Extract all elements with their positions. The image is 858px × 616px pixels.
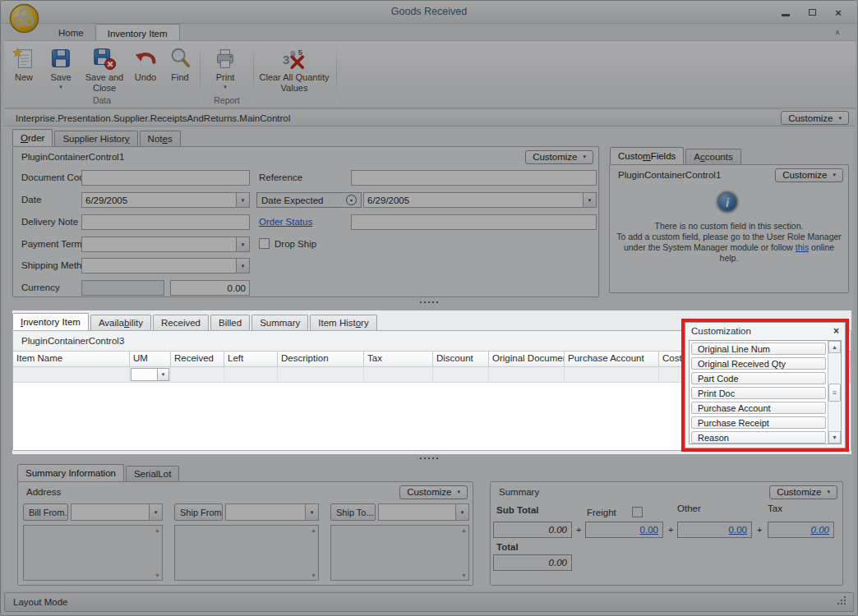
ship-to-button[interactable]: Ship To...: [330, 503, 376, 521]
horizontal-splitter[interactable]: [420, 457, 438, 460]
freight-value[interactable]: 0.00: [585, 522, 663, 538]
customization-item[interactable]: Part Code: [691, 372, 826, 384]
customization-item[interactable]: Reason: [691, 431, 826, 444]
freight-checkbox[interactable]: [632, 507, 643, 517]
tab-availability[interactable]: Availability: [90, 315, 151, 330]
find-button[interactable]: Find: [162, 42, 198, 83]
clear-all-quantity-values-button[interactable]: 395 Clear All Quantity Values: [256, 42, 333, 93]
resize-grip[interactable]: [837, 596, 847, 606]
new-button[interactable]: New: [6, 42, 42, 90]
grid-column-header[interactable]: Received: [171, 352, 224, 367]
customization-item[interactable]: Purchase Account: [691, 402, 826, 414]
other-value[interactable]: 0.00: [677, 522, 752, 538]
um-input[interactable]: [131, 368, 157, 381]
grid-column-header[interactable]: Description: [278, 352, 364, 367]
drop-ship-checkbox[interactable]: [259, 238, 270, 249]
customize-button[interactable]: Customize▾: [399, 485, 468, 499]
save-and-close-button[interactable]: Save and Close: [80, 42, 129, 93]
grid-column-header[interactable]: Left: [224, 352, 278, 367]
bill-from-address-textarea[interactable]: ▲▼: [23, 525, 163, 581]
grid-cell[interactable]: [13, 367, 130, 383]
horizontal-splitter[interactable]: [420, 301, 438, 304]
document-code-input[interactable]: [81, 170, 250, 186]
grid-cell[interactable]: [433, 367, 489, 383]
collapse-ribbon-chevron-icon[interactable]: ∧: [829, 26, 846, 39]
date-expected-input[interactable]: [363, 192, 583, 208]
order-status-link[interactable]: Order Status: [259, 217, 312, 227]
circle-dropdown-icon[interactable]: ▾: [346, 195, 357, 205]
grid-cell[interactable]: [364, 367, 433, 383]
scrollbar-thumb[interactable]: ≡: [828, 384, 841, 402]
customization-item[interactable]: Original Received Qty: [691, 357, 826, 370]
chevron-down-icon[interactable]: ▾: [305, 503, 319, 521]
delivery-note-input[interactable]: [81, 214, 250, 230]
tab-notes[interactable]: Notes: [140, 131, 181, 146]
print-button[interactable]: Print ▾: [202, 42, 248, 90]
tab-supplier-history[interactable]: Supplier History: [54, 131, 137, 146]
customization-item[interactable]: Print Doc: [691, 387, 826, 399]
tab-seriallot[interactable]: SerialLot: [126, 466, 179, 481]
minimize-button[interactable]: [778, 7, 793, 18]
customize-button[interactable]: Customize▾: [769, 485, 837, 499]
grid-column-header[interactable]: Original Document: [489, 352, 565, 367]
tab-summary[interactable]: Summary: [251, 315, 308, 330]
tab-summary-information[interactable]: Summary Information: [17, 464, 124, 481]
shipping-method-input[interactable]: [81, 258, 236, 274]
ship-from-address-textarea[interactable]: ▲▼: [174, 525, 319, 581]
customize-button[interactable]: Customize▾: [525, 150, 593, 164]
grid-cell[interactable]: [489, 367, 565, 383]
ribbon-tab-home[interactable]: Home: [47, 24, 95, 40]
grid-column-header[interactable]: Purchase Account: [565, 352, 659, 367]
chevron-down-icon[interactable]: ▾: [455, 503, 469, 521]
grid-cell[interactable]: [565, 367, 659, 383]
grid-cell[interactable]: [171, 367, 224, 383]
reference-input[interactable]: [351, 170, 597, 186]
ship-to-input[interactable]: [378, 503, 455, 521]
customize-button[interactable]: Customize▾: [775, 168, 843, 182]
grid-column-header[interactable]: Tax: [364, 352, 433, 367]
chevron-down-icon[interactable]: ▾: [236, 192, 250, 208]
save-button[interactable]: Save ▾: [42, 42, 80, 90]
grid-cell[interactable]: [278, 367, 364, 383]
scroll-up-icon[interactable]: ▲: [828, 341, 841, 353]
ship-from-button[interactable]: Ship From...: [174, 503, 223, 521]
tab-order[interactable]: Order: [12, 129, 53, 146]
order-status-input[interactable]: [351, 214, 597, 230]
close-button[interactable]: ×: [831, 7, 846, 18]
tax-value[interactable]: 0.00: [768, 522, 834, 538]
ship-to-address-textarea[interactable]: ▲▼: [330, 525, 469, 581]
grid-cell[interactable]: [224, 367, 278, 383]
customization-item[interactable]: Original Line Num: [691, 342, 826, 355]
tab-received[interactable]: Received: [153, 315, 209, 330]
ribbon-tab-inventory-item[interactable]: Inventory Item: [95, 24, 180, 40]
online-help-link[interactable]: this: [796, 242, 809, 252]
ship-from-input[interactable]: [225, 503, 305, 521]
currency-amount-input[interactable]: [170, 280, 250, 296]
bill-from-input[interactable]: [71, 503, 149, 521]
scrollbar[interactable]: ▲ ≡ ▼: [828, 341, 841, 444]
tab-item-history[interactable]: Item History: [310, 315, 376, 330]
chevron-down-icon[interactable]: ▾: [157, 368, 169, 381]
tab-custom-fields[interactable]: Custom Fields: [610, 147, 684, 164]
tab-inventory-item[interactable]: Inventory Item: [12, 313, 89, 330]
grid-column-header[interactable]: Discount: [433, 352, 489, 367]
chevron-down-icon[interactable]: ▾: [236, 237, 250, 252]
date-expected-field[interactable]: Date Expected ▾: [256, 192, 362, 208]
chevron-down-icon[interactable]: ▾: [583, 192, 597, 208]
scroll-down-icon[interactable]: ▼: [828, 431, 841, 444]
tab-accounts[interactable]: Accounts: [685, 149, 740, 164]
grid-cell-um[interactable]: ▾: [130, 367, 171, 383]
undo-button[interactable]: Undo: [129, 42, 162, 83]
customize-button[interactable]: Customize▾: [781, 111, 849, 125]
chevron-down-icon[interactable]: ▾: [149, 503, 163, 521]
close-icon[interactable]: ×: [833, 325, 839, 337]
customization-item[interactable]: Purchase Receipt: [691, 416, 826, 429]
payment-term-input[interactable]: [81, 237, 236, 252]
restore-button[interactable]: [805, 7, 819, 18]
grid-column-header[interactable]: Item Name: [13, 352, 130, 367]
tab-billed[interactable]: Billed: [210, 315, 250, 330]
app-logo-trefoil-icon[interactable]: [9, 3, 39, 37]
date-input[interactable]: [81, 192, 236, 208]
chevron-down-icon[interactable]: ▾: [236, 258, 250, 274]
grid-column-header[interactable]: UM: [130, 352, 171, 367]
